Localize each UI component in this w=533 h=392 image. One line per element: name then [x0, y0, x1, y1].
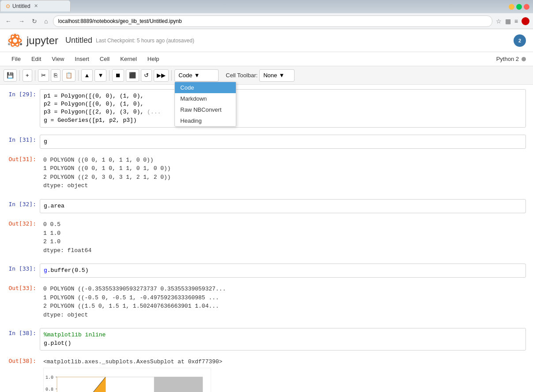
reload-button[interactable]: ↻ — [30, 17, 39, 26]
cell-31-input: In [31]: g — [0, 134, 533, 150]
toolbar-sep-5 — [171, 70, 172, 81]
tab-close-button[interactable]: ✕ — [34, 3, 38, 9]
url-input[interactable] — [53, 15, 492, 27]
browser-chrome: ⊙ Untitled ✕ ← → ↻ ⌂ ☆ ▦ ≡ — [0, 0, 533, 29]
close-btn[interactable] — [524, 4, 529, 10]
home-button[interactable]: ⌂ — [42, 17, 49, 26]
jupyter-logo-icon — [7, 33, 23, 49]
cell-toolbar-select[interactable]: None ▼ — [259, 69, 295, 82]
cell-type-button[interactable]: Code ▼ — [174, 69, 219, 82]
output-line: 0 0.5 — [43, 220, 522, 229]
save-button[interactable]: 💾 — [4, 69, 17, 82]
code-line: p2 = Polygon([(0, 0), (1, 0), — [44, 100, 522, 108]
code-line: g.buffer(0.5) — [44, 267, 522, 275]
run-button[interactable]: ⏹ — [112, 69, 124, 82]
cell-31-out-prompt: Out[31]: — [0, 154, 40, 162]
output-line: 2 POLYGON ((2 0, 3 0, 3 1, 2 1, 2 0)) — [43, 173, 522, 182]
menu-help[interactable]: Help — [143, 54, 164, 64]
move-up-button[interactable]: ▲ — [81, 69, 93, 82]
output-line: 1 1.0 — [43, 229, 522, 238]
python-badge: 2 — [514, 34, 526, 47]
code-line: p3 = Polygon([(2, 0), (3, 0), (... — [44, 108, 522, 116]
code-line: p1 = Polygon([(0, 0), (1, 0), — [44, 92, 522, 100]
jupyter-header: jupyter Untitled Last Checkpoint: 5 hour… — [0, 29, 533, 52]
svg-point-4 — [14, 34, 16, 36]
cell-32-out-text: 0 0.5 1 1.0 2 1.0 dtype: float64 — [40, 219, 526, 256]
cell-38-code[interactable]: %matplotlib inline g.plot() — [40, 328, 526, 350]
paste-button[interactable]: 📋 — [62, 69, 76, 82]
add-cell-button[interactable]: + — [23, 69, 32, 82]
cell-33-code[interactable]: g.buffer(0.5) — [40, 264, 526, 278]
menu-file[interactable]: File — [7, 54, 25, 64]
extensions-icon[interactable]: ▦ — [505, 18, 511, 25]
interrupt-button[interactable]: ⬛ — [126, 69, 139, 82]
menu-view[interactable]: View — [47, 54, 68, 64]
menu-icon[interactable]: ≡ — [514, 18, 518, 25]
svg-text:1.0: 1.0 — [45, 375, 53, 380]
output-line: 0 POLYGON ((0 0, 1 0, 1 1, 0 0)) — [43, 156, 522, 165]
svg-point-6 — [20, 43, 22, 45]
menu-bar: File Edit View Insert Cell Kernel Help P… — [0, 52, 533, 66]
cell-38-out-content: <matplotlib.axes._subplots.AxesSubplot a… — [40, 356, 526, 392]
svg-point-5 — [8, 43, 10, 45]
output-line: dtype: object — [43, 311, 522, 320]
output-line: 1 POLYGON ((-0.5 0, -0.5 1, -0.497592363… — [43, 294, 522, 302]
stop-icon[interactable] — [522, 17, 529, 25]
cell-29-prompt: In [29]: — [0, 89, 40, 98]
code-line: g = GeoSeries([p1, p2, p3]) — [44, 117, 522, 124]
cell-type-dropdown: Code Markdown Raw NBConvert Heading — [174, 82, 236, 127]
kernel-indicator: Python 2 — [496, 56, 526, 62]
code-line: g.area — [44, 202, 522, 210]
cell-29-input: In [29]: p1 = Polygon([(0, 0), (1, 0), p… — [0, 88, 533, 128]
output-line: dtype: float64 — [43, 246, 522, 255]
notebook-title[interactable]: Untitled — [65, 36, 92, 45]
run-all-button[interactable]: ▶▶ — [154, 69, 169, 82]
copy-button[interactable]: ⎘ — [51, 69, 60, 82]
browser-tab[interactable]: ⊙ Untitled ✕ — [0, 0, 71, 11]
cell-toolbar-value: None — [263, 72, 277, 79]
menu-insert[interactable]: Insert — [70, 54, 94, 64]
cell-type-heading[interactable]: Heading — [175, 115, 236, 126]
output-line: 2 1.0 — [43, 237, 522, 246]
kernel-status-dot — [522, 57, 526, 61]
maximize-btn[interactable] — [516, 4, 522, 10]
cell-29-code[interactable]: p1 = Polygon([(0, 0), (1, 0), p2 = Polyg… — [40, 89, 526, 128]
cell-31-code[interactable]: g — [40, 135, 526, 149]
cell-33-output: Out[33]: 0 POLYGON ((-0.3535533905932737… — [0, 282, 533, 322]
minimize-btn[interactable] — [509, 4, 514, 10]
cut-button[interactable]: ✂ — [38, 69, 49, 82]
cell-type-selector[interactable]: Code ▼ Code Markdown Raw NBConvert Headi… — [174, 69, 219, 82]
forward-button[interactable]: → — [17, 17, 26, 26]
kernel-name: Python 2 — [496, 56, 519, 62]
restart-button[interactable]: ↺ — [141, 69, 152, 82]
notebook-content: In [29]: p1 = Polygon([(0, 0), (1, 0), p… — [0, 85, 533, 392]
toolbar: 💾 + ✂ ⎘ 📋 ▲ ▼ ⏹ ⬛ ↺ ▶▶ Code ▼ Code Markd… — [0, 66, 533, 85]
output-line: <matplotlib.axes._subplots.AxesSubplot a… — [43, 358, 522, 366]
cell-38-out-prompt: Out[38]: — [0, 356, 40, 364]
tab-favicon: ⊙ — [6, 3, 10, 9]
jupyter-brand-text: jupyter — [26, 34, 58, 47]
cell-32-code[interactable]: g.area — [40, 199, 526, 213]
tab-title: Untitled — [12, 3, 30, 9]
bookmark-icon[interactable]: ☆ — [496, 18, 502, 25]
cell-type-code[interactable]: Code — [175, 82, 236, 93]
cell-33-out-prompt: Out[33]: — [0, 283, 40, 291]
cell-type-markdown[interactable]: Markdown — [175, 93, 236, 104]
menu-kernel[interactable]: Kernel — [116, 54, 141, 64]
cell-32-output: Out[32]: 0 0.5 1 1.0 2 1.0 dtype: float6… — [0, 218, 533, 257]
cell-32-input: In [32]: g.area — [0, 198, 533, 214]
move-down-button[interactable]: ▼ — [95, 69, 106, 82]
tab-area-empty — [71, 0, 505, 13]
plot-svg: 1.0 0.8 0.6 0.4 0.2 0.0 — [43, 368, 211, 392]
output-line: 1 POLYGON ((0 0, 1 0, 1 1, 0 1, 0 0)) — [43, 164, 522, 173]
toolbar-sep-3 — [78, 70, 79, 81]
cell-38-input: In [38]: %matplotlib inline g.plot() — [0, 327, 533, 351]
back-button[interactable]: ← — [4, 17, 13, 26]
cell-type-raw[interactable]: Raw NBConvert — [175, 104, 236, 115]
code-line: g.plot() — [44, 339, 522, 347]
menu-cell[interactable]: Cell — [95, 54, 114, 64]
output-line: 0 POLYGON ((-0.353553390593273737 0.3535… — [43, 285, 522, 294]
cell-31-out-text: 0 POLYGON ((0 0, 1 0, 1 1, 0 0)) 1 POLYG… — [40, 154, 526, 192]
address-bar: ← → ↻ ⌂ ☆ ▦ ≡ — [0, 13, 533, 29]
menu-edit[interactable]: Edit — [27, 54, 45, 64]
